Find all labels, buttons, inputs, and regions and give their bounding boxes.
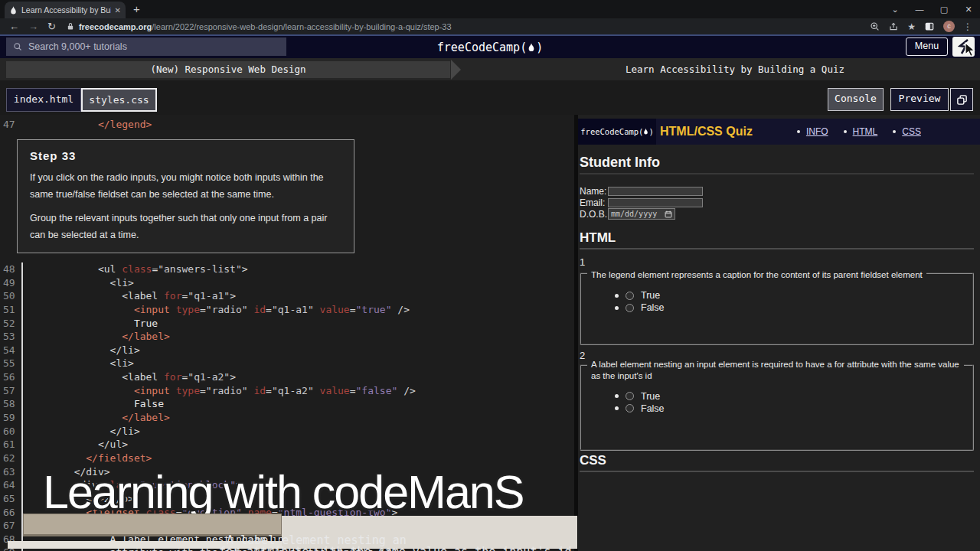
code-text: False <box>23 397 164 411</box>
line-number: 50 <box>0 289 23 303</box>
bookmark-star-icon[interactable]: ★ <box>907 21 916 32</box>
course-breadcrumb-button[interactable]: (New) Responsive Web Design <box>6 61 450 78</box>
bullet-icon <box>615 306 619 310</box>
window-minimize-button[interactable]: — <box>908 0 931 18</box>
line-number: 52 <box>0 317 23 331</box>
name-input[interactable] <box>608 187 703 196</box>
back-icon[interactable]: ← <box>9 21 19 32</box>
code-line-50[interactable]: 50 <label for="q1-a1"> <box>0 289 574 303</box>
calendar-icon[interactable] <box>665 210 672 218</box>
code-text: <ul class="answers-list"> <box>23 262 248 276</box>
window-chevron-icon[interactable]: ⌄ <box>884 0 906 18</box>
quiz-nav-link-css[interactable]: CSS <box>902 126 921 137</box>
bullet-icon <box>893 130 896 133</box>
radio-input-false[interactable] <box>626 404 634 412</box>
line-number: 47 <box>0 118 23 132</box>
line-number: 55 <box>0 357 23 370</box>
code-line-48[interactable]: 48 <ul class="answers-list"> <box>0 262 574 276</box>
question-1-options: TrueFalse <box>615 289 972 314</box>
tab-index-html[interactable]: index.html <box>6 88 81 112</box>
code-text: </li> <box>23 344 140 357</box>
code-line-47[interactable]: 47 </legend> <box>0 118 574 132</box>
quiz-nav-item: INFO <box>797 126 828 137</box>
instruction-panel: Step 33 If you click on the radio inputs… <box>17 139 354 253</box>
browser-url-bar: ← → ↻ freecodecamp.org/learn/2022/respon… <box>0 18 980 34</box>
video-watermark: Learning with codeManS <box>43 465 594 519</box>
windows-stack-icon <box>956 94 968 106</box>
code-line-49[interactable]: 49 <li> <box>0 276 574 290</box>
code-text: </ul> <box>23 438 128 452</box>
menu-button[interactable]: Menu <box>906 37 948 56</box>
line-number: 59 <box>0 411 23 425</box>
code-line-61[interactable]: 61 </ul> <box>0 438 574 452</box>
quiz-title: HTML/CSS Quiz <box>660 125 753 139</box>
bullet-icon <box>615 394 619 398</box>
question-2-legend: A label element nesting an input element… <box>587 359 964 382</box>
code-text: True <box>23 317 158 331</box>
dob-row: D.O.B. mm/dd/yyyy <box>580 208 703 220</box>
zoom-in-icon[interactable] <box>870 21 880 31</box>
profile-avatar[interactable]: c <box>943 21 955 32</box>
console-button[interactable]: Console <box>828 88 884 111</box>
dob-label: D.O.B. <box>580 209 607 220</box>
code-line-58[interactable]: 58 False <box>0 397 574 411</box>
browser-tab-strip: Learn Accessibility by Building a ✕ + ⌄ … <box>0 0 980 18</box>
student-info-heading: Student Info <box>580 155 974 174</box>
line-number: 60 <box>0 425 23 439</box>
browser-tab[interactable]: Learn Accessibility by Building a ✕ <box>5 2 126 18</box>
window-close-button[interactable]: ✕ <box>957 0 980 18</box>
instruction-paragraph: If you click on the radio inputs, you mi… <box>30 170 341 203</box>
code-line-60[interactable]: 60 </li> <box>0 425 574 439</box>
dob-date-input[interactable]: mm/dd/yyyy <box>608 208 675 220</box>
code-line-62[interactable]: 62 </fieldset> <box>0 452 574 465</box>
reload-icon[interactable]: ↻ <box>47 21 56 32</box>
quiz-nav-link-html[interactable]: HTML <box>853 126 878 137</box>
code-line-56[interactable]: 56 <label for="q1-a2"> <box>0 370 574 384</box>
tab-close-icon[interactable]: ✕ <box>115 6 121 15</box>
code-line-51[interactable]: 51 <input type="radio" id="q1-a1" value=… <box>0 303 574 317</box>
bullet-icon <box>615 294 619 298</box>
fcc-header: Search 9,000+ tutorials freeCodeCamp( ) … <box>0 36 980 58</box>
step-title: Step 33 <box>30 149 341 162</box>
line-number: 49 <box>0 276 23 290</box>
html-section-heading: HTML <box>580 230 974 249</box>
side-panel-icon[interactable] <box>924 21 935 31</box>
quiz-nav: INFOHTMLCSS <box>797 126 921 137</box>
line-number: 53 <box>0 330 23 344</box>
line-number: 64 <box>0 478 23 492</box>
forward-icon[interactable]: → <box>28 21 38 32</box>
quiz-header: freeCodeCamp( ) HTML/CSS Quiz INFOHTMLCS… <box>578 119 980 145</box>
preview-pane: freeCodeCamp( ) HTML/CSS Quiz INFOHTMLCS… <box>578 115 980 551</box>
radio-input-true[interactable] <box>626 292 634 300</box>
tab-title: Learn Accessibility by Building a <box>21 5 111 15</box>
code-line-53[interactable]: 53 </label> <box>0 330 574 344</box>
question-2-fieldset: A label element nesting an input element… <box>580 364 974 451</box>
quiz-nav-link-info[interactable]: INFO <box>806 126 828 137</box>
flame-icon <box>528 42 535 53</box>
address-field[interactable]: freecodecamp.org/learn/2022/responsive-w… <box>67 22 870 31</box>
share-icon[interactable] <box>888 21 899 31</box>
bullet-icon <box>615 406 619 410</box>
question-2-options: TrueFalse <box>615 390 972 415</box>
radio-input-false[interactable] <box>626 304 634 312</box>
code-line-55[interactable]: 55 <li> <box>0 357 574 370</box>
code-text: </fieldset> <box>23 452 152 465</box>
radio-input-true[interactable] <box>626 392 634 400</box>
code-line-52[interactable]: 52 True <box>0 317 574 331</box>
question-number: 1 <box>580 256 585 268</box>
tab-styles-css[interactable]: styles.css <box>81 88 157 112</box>
new-tab-button[interactable]: + <box>133 3 140 15</box>
preview-button[interactable]: Preview <box>890 88 949 111</box>
code-text: <li> <box>23 357 134 370</box>
email-label: Email: <box>580 197 607 208</box>
popout-preview-button[interactable] <box>950 88 973 111</box>
code-line-59[interactable]: 59 </label> <box>0 411 574 425</box>
window-maximize-button[interactable]: ▢ <box>933 0 956 18</box>
code-line-57[interactable]: 57 <input type="radio" id="q1-a2" value=… <box>0 384 574 398</box>
instruction-paragraph: Group the relevant inputs together such … <box>30 210 341 243</box>
code-line-54[interactable]: 54 </li> <box>0 344 574 357</box>
code-text: <li> <box>23 276 134 290</box>
email-input[interactable] <box>608 198 703 207</box>
kebab-menu-icon[interactable]: ⋮ <box>963 21 972 32</box>
code-line-47-container[interactable]: 47 </legend> <box>0 118 574 132</box>
